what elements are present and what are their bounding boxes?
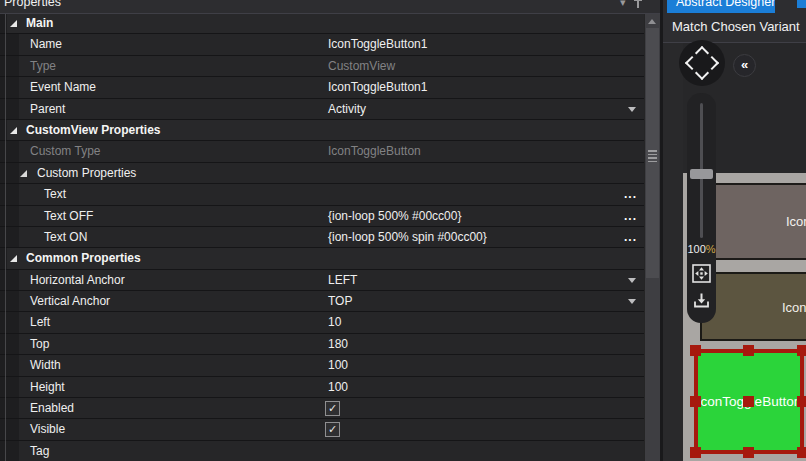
indent-guide-line [5, 13, 6, 461]
section-row-common-properties[interactable]: Common Properties [0, 248, 644, 269]
pan-down-icon[interactable] [695, 66, 709, 80]
double-chevron-left-icon: « [741, 57, 748, 72]
resize-handle-bottom-right[interactable] [797, 447, 806, 458]
property-label: Left [30, 312, 50, 332]
property-value[interactable]: 100 [328, 377, 348, 397]
expander-icon[interactable] [10, 255, 17, 262]
section-label: CustomView Properties [26, 120, 160, 140]
property-row-width[interactable]: Width 100 [0, 355, 644, 376]
property-row-vertical-anchor[interactable]: Vertical Anchor TOP [0, 291, 644, 312]
property-value[interactable]: {ion-loop 500% spin #00cc00} [328, 227, 487, 247]
panel-title: Properties [4, 0, 61, 9]
collapse-overlay-button[interactable]: « [733, 54, 756, 77]
property-value[interactable]: LEFT [328, 270, 357, 290]
resize-handle-bottom-left[interactable] [690, 447, 701, 458]
property-label: Text OFF [44, 206, 93, 226]
property-label: Text ON [44, 227, 87, 247]
resize-handle-top-right[interactable] [797, 345, 806, 356]
chevron-down-icon[interactable]: ▾ [620, 0, 626, 9]
section-row-main[interactable]: Main [0, 13, 644, 34]
property-value[interactable]: 100 [328, 355, 348, 375]
scroll-up-icon[interactable] [648, 19, 656, 24]
resize-handle-right[interactable] [797, 396, 806, 407]
property-row-text[interactable]: Text ... [0, 184, 644, 205]
resize-handle-top[interactable] [743, 345, 754, 356]
fit-to-screen-icon [692, 264, 711, 283]
property-value[interactable]: 10 [328, 312, 341, 332]
ellipsis-button[interactable]: ... [624, 184, 637, 204]
property-row-text-on[interactable]: Text ON {ion-loop 500% spin #00cc00} ... [0, 227, 644, 248]
property-row-top[interactable]: Top 180 [0, 334, 644, 355]
property-row-visible[interactable]: Visible ✓ [0, 419, 644, 440]
tab-edge [797, 0, 806, 8]
property-value[interactable]: 180 [328, 334, 348, 354]
property-value[interactable]: {ion-loop 500% #00cc00} [328, 206, 461, 226]
dropdown-arrow-icon[interactable] [628, 299, 636, 304]
property-row-parent[interactable]: Parent Activity [0, 99, 644, 120]
property-label: Height [30, 377, 65, 397]
property-label: Tag [30, 441, 49, 461]
property-label: Event Name [30, 77, 96, 97]
abstract-designer-panel: Abstract Designer Match Chosen Variant I… [663, 0, 806, 461]
selected-icontogglebutton[interactable]: IconToggleButton [694, 349, 804, 454]
property-row-horizontal-anchor[interactable]: Horizontal Anchor LEFT [0, 270, 644, 291]
checkmark-icon: ✓ [326, 423, 339, 436]
property-value[interactable]: Activity [328, 99, 366, 119]
match-chosen-variant-label: Match Chosen Variant [663, 13, 806, 41]
tab-abstract-designer[interactable]: Abstract Designer [667, 0, 775, 13]
checkmark-icon: ✓ [326, 402, 339, 415]
property-label: Custom Type [30, 141, 100, 161]
tab-label: Abstract Designer [676, 0, 775, 9]
pan-up-icon[interactable] [695, 46, 709, 60]
enabled-checkbox[interactable]: ✓ [325, 401, 340, 416]
property-label: Horizontal Anchor [30, 270, 125, 290]
property-value[interactable]: IconToggleButton1 [328, 34, 427, 54]
app-window: Properties ▾ Main Name IconToggleButton1… [0, 0, 806, 461]
property-row-type: Type CustomView [0, 56, 644, 77]
expander-icon[interactable] [10, 127, 17, 134]
properties-title-bar: Properties ▾ [0, 0, 660, 14]
pan-dpad[interactable] [679, 40, 725, 86]
fit-to-screen-button[interactable] [692, 264, 711, 283]
property-row-name[interactable]: Name IconToggleButton1 [0, 34, 644, 55]
widget-label: IconToggleButton [782, 300, 806, 315]
zoom-slider-thumb[interactable] [690, 169, 713, 179]
ellipsis-button[interactable]: ... [624, 206, 637, 226]
property-label: Text [44, 184, 66, 204]
property-label: Enabled [30, 398, 74, 418]
property-row-left[interactable]: Left 10 [0, 312, 644, 333]
property-value[interactable]: TOP [328, 291, 352, 311]
pan-right-icon[interactable] [705, 56, 719, 70]
property-grid: Main Name IconToggleButton1 Type CustomV… [0, 13, 644, 461]
widget-label: IconToggleButton [786, 214, 806, 229]
properties-scrollbar[interactable] [645, 13, 660, 461]
expander-icon[interactable] [10, 20, 17, 27]
property-value: CustomView [328, 56, 395, 76]
property-label: Type [30, 56, 56, 76]
pan-left-icon[interactable] [685, 56, 699, 70]
visible-checkbox[interactable]: ✓ [325, 422, 340, 437]
property-label: Visible [30, 419, 65, 439]
ellipsis-button[interactable]: ... [624, 227, 637, 247]
property-row-text-off[interactable]: Text OFF {ion-loop 500% #00cc00} ... [0, 206, 644, 227]
property-row-event-name[interactable]: Event Name IconToggleButton1 [0, 77, 644, 98]
resize-handle-bottom[interactable] [743, 447, 754, 458]
property-row-enabled[interactable]: Enabled ✓ [0, 398, 644, 419]
property-row-tag[interactable]: Tag [0, 441, 644, 461]
section-row-customview-properties[interactable]: CustomView Properties [0, 120, 644, 141]
property-label: Parent [30, 99, 65, 119]
property-value[interactable]: IconToggleButton1 [328, 77, 427, 97]
resize-handle-left[interactable] [690, 396, 701, 407]
match-chosen-variant-button[interactable]: Match Chosen Variant [663, 13, 806, 43]
expander-icon[interactable] [20, 170, 27, 177]
zoom-level-label: 100% [687, 243, 716, 255]
resize-handle-top-left[interactable] [690, 345, 701, 356]
import-button[interactable] [692, 291, 711, 310]
download-tray-icon [692, 291, 711, 310]
subsection-row-custom-properties[interactable]: Custom Properties [0, 163, 644, 184]
move-handle-center[interactable] [743, 396, 754, 407]
scrollbar-thumb[interactable] [646, 28, 659, 278]
dropdown-arrow-icon[interactable] [628, 278, 636, 283]
dropdown-arrow-icon[interactable] [628, 107, 636, 112]
property-row-height[interactable]: Height 100 [0, 377, 644, 398]
